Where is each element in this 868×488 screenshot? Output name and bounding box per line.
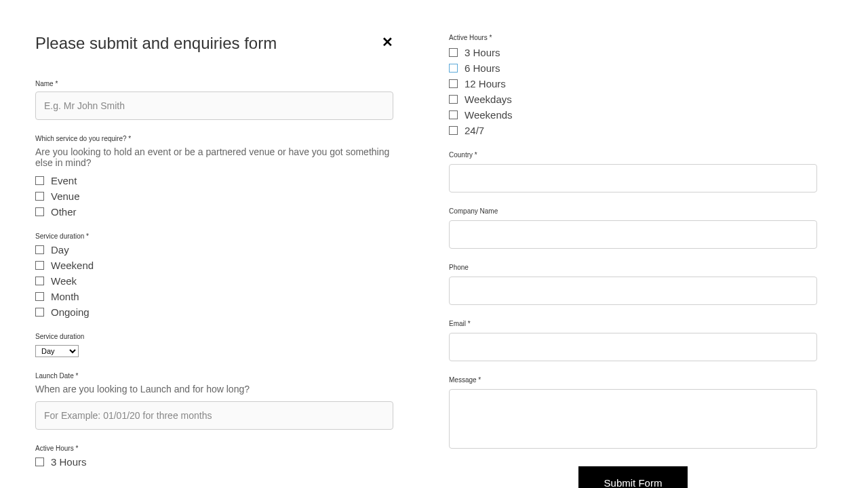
checkbox-label: Month <box>51 291 79 302</box>
launch-sublabel: When are you looking to Launch and for h… <box>35 384 393 394</box>
checkbox-icon <box>35 245 44 254</box>
country-label: Country * <box>449 151 817 159</box>
checkbox-label: Week <box>51 275 77 287</box>
duration-option[interactable]: Ongoing <box>35 306 393 318</box>
checkbox-label: Weekends <box>465 109 513 121</box>
modal-title: Please submit and enquiries form <box>35 34 277 53</box>
active-hours-left-list: 3 Hours <box>35 456 393 468</box>
duration-field-group: Service duration * Day Weekend Week Mont… <box>35 232 393 318</box>
active-hours-option[interactable]: 12 Hours <box>449 78 817 89</box>
company-label: Company Name <box>449 207 817 215</box>
duration-option[interactable]: Day <box>35 244 393 256</box>
checkbox-label: Venue <box>51 190 80 202</box>
checkbox-icon <box>35 277 44 285</box>
message-textarea[interactable] <box>449 389 817 449</box>
email-input[interactable] <box>449 333 817 361</box>
duration-select-label: Service duration <box>35 333 393 340</box>
company-input[interactable] <box>449 220 817 249</box>
checkbox-label: 3 Hours <box>51 456 87 468</box>
email-field-group: Email * <box>449 320 817 361</box>
country-field-group: Country * <box>449 151 817 192</box>
checkbox-label: Weekdays <box>465 94 512 105</box>
service-label: Which service do you require? * <box>35 135 393 142</box>
service-field-group: Which service do you require? * Are you … <box>35 135 393 218</box>
active-hours-option[interactable]: 3 Hours <box>449 47 817 58</box>
checkbox-icon <box>35 308 44 317</box>
checkbox-icon <box>35 176 44 185</box>
checkbox-label: 6 Hours <box>465 62 500 74</box>
active-hours-option[interactable]: 24/7 <box>449 125 817 136</box>
name-label: Name * <box>35 80 393 87</box>
checkbox-icon <box>35 192 44 201</box>
active-hours-option[interactable]: Weekdays <box>449 94 817 105</box>
active-hours-right-label: Active Hours * <box>449 34 817 41</box>
checkbox-icon <box>449 110 458 119</box>
checkbox-label: Ongoing <box>51 306 90 318</box>
service-option[interactable]: Event <box>35 175 393 186</box>
checkbox-icon <box>35 292 44 301</box>
checkbox-label: Weekend <box>51 260 94 271</box>
checkbox-icon <box>35 207 44 216</box>
phone-label: Phone <box>449 264 817 271</box>
service-options-list: Event Venue Other <box>35 175 393 218</box>
launch-input[interactable] <box>35 401 393 430</box>
active-hours-right-group: Active Hours * 3 Hours 6 Hours 12 Hours … <box>449 34 817 136</box>
country-input[interactable] <box>449 164 817 192</box>
message-field-group: Message * <box>449 376 817 451</box>
checkbox-icon <box>449 126 458 135</box>
service-sublabel: Are you looking to hold an event or be a… <box>35 146 393 168</box>
active-hours-left-label: Active Hours * <box>35 445 393 452</box>
checkbox-label: Other <box>51 206 77 218</box>
duration-option[interactable]: Week <box>35 275 393 287</box>
duration-select[interactable]: Day <box>35 345 79 357</box>
duration-label: Service duration * <box>35 232 393 240</box>
service-option[interactable]: Other <box>35 206 393 218</box>
checkbox-icon <box>35 458 44 466</box>
active-hours-option[interactable]: 6 Hours <box>449 62 817 74</box>
duration-options-list: Day Weekend Week Month Ongoing <box>35 244 393 318</box>
modal-header: Please submit and enquiries form ✕ <box>35 34 393 53</box>
checkbox-label: Day <box>51 244 69 256</box>
checkbox-icon <box>449 79 458 88</box>
duration-select-group: Service duration Day <box>35 333 393 357</box>
active-hours-left-group: Active Hours * 3 Hours <box>35 445 393 468</box>
message-label: Message * <box>449 376 817 384</box>
name-input[interactable] <box>35 92 393 120</box>
launch-field-group: Launch Date * When are you looking to La… <box>35 372 393 430</box>
launch-label: Launch Date * <box>35 372 393 380</box>
company-field-group: Company Name <box>449 207 817 249</box>
active-hours-option[interactable]: 3 Hours <box>35 456 393 468</box>
checkbox-icon <box>449 48 458 57</box>
checkbox-label: 24/7 <box>465 125 484 136</box>
right-column: Active Hours * 3 Hours 6 Hours 12 Hours … <box>434 0 868 488</box>
close-icon[interactable]: ✕ <box>382 34 393 50</box>
submit-button[interactable]: Submit Form <box>578 466 688 488</box>
duration-option[interactable]: Weekend <box>35 260 393 271</box>
service-option[interactable]: Venue <box>35 190 393 202</box>
left-column: Please submit and enquiries form ✕ Name … <box>0 0 434 488</box>
checkbox-icon <box>449 95 458 104</box>
phone-field-group: Phone <box>449 264 817 305</box>
active-hours-option[interactable]: Weekends <box>449 109 817 121</box>
phone-input[interactable] <box>449 277 817 305</box>
checkbox-icon <box>449 64 458 73</box>
enquiry-form-modal: Please submit and enquiries form ✕ Name … <box>0 0 868 488</box>
checkbox-icon <box>35 261 44 270</box>
checkbox-label: Event <box>51 175 77 186</box>
active-hours-right-list: 3 Hours 6 Hours 12 Hours Weekdays Weeken… <box>449 47 817 136</box>
checkbox-label: 12 Hours <box>465 78 506 89</box>
checkbox-label: 3 Hours <box>465 47 500 58</box>
email-label: Email * <box>449 320 817 327</box>
duration-option[interactable]: Month <box>35 291 393 302</box>
name-field-group: Name * <box>35 80 393 120</box>
